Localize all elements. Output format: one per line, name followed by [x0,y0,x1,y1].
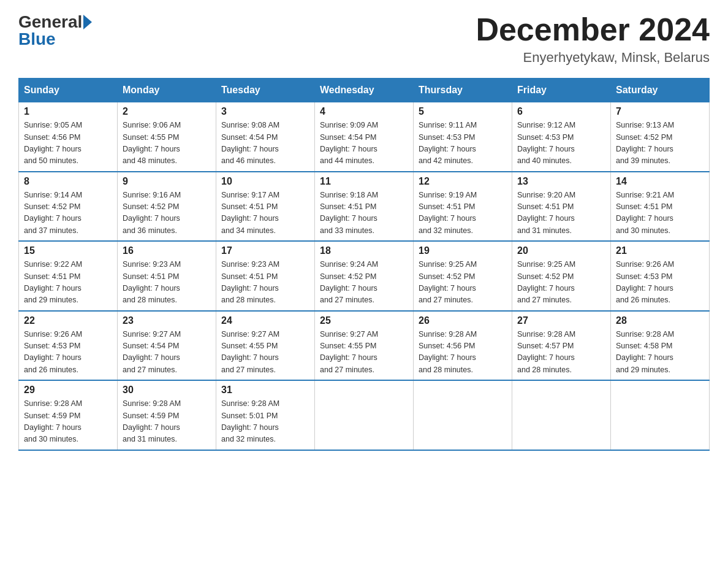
day-info: Sunrise: 9:23 AM Sunset: 4:51 PM Dayligh… [221,259,309,307]
day-info: Sunrise: 9:26 AM Sunset: 4:53 PM Dayligh… [24,329,112,377]
day-info: Sunrise: 9:11 AM Sunset: 4:53 PM Dayligh… [419,120,507,167]
day-number: 14 [616,176,704,187]
day-number: 8 [24,176,112,187]
day-number: 18 [320,245,408,256]
logo: General Blue [18,12,92,49]
calendar-day-cell: 9Sunrise: 9:16 AM Sunset: 4:52 PM Daylig… [118,172,216,242]
day-info: Sunrise: 9:19 AM Sunset: 4:51 PM Dayligh… [419,190,507,237]
calendar-day-cell: 18Sunrise: 9:24 AM Sunset: 4:52 PM Dayli… [315,241,414,311]
day-number: 20 [517,245,605,256]
day-info: Sunrise: 9:16 AM Sunset: 4:52 PM Dayligh… [123,190,211,237]
calendar-body: 1Sunrise: 9:05 AM Sunset: 4:56 PM Daylig… [19,102,710,450]
calendar-day-cell: 14Sunrise: 9:21 AM Sunset: 4:51 PM Dayli… [611,172,710,242]
calendar-week-row: 1Sunrise: 9:05 AM Sunset: 4:56 PM Daylig… [19,102,710,172]
calendar-header-row: SundayMondayTuesdayWednesdayThursdayFrid… [19,79,710,102]
day-info: Sunrise: 9:28 AM Sunset: 4:57 PM Dayligh… [517,329,605,377]
day-number: 25 [320,315,408,326]
day-number: 26 [419,315,507,326]
calendar-day-cell: 7Sunrise: 9:13 AM Sunset: 4:52 PM Daylig… [611,102,710,172]
day-info: Sunrise: 9:28 AM Sunset: 4:58 PM Dayligh… [616,329,704,377]
day-info: Sunrise: 9:22 AM Sunset: 4:51 PM Dayligh… [24,259,112,307]
calendar-header-cell: Saturday [611,79,710,102]
calendar-day-cell: 13Sunrise: 9:20 AM Sunset: 4:51 PM Dayli… [512,172,611,242]
calendar-day-cell: 6Sunrise: 9:12 AM Sunset: 4:53 PM Daylig… [512,102,611,172]
day-info: Sunrise: 9:28 AM Sunset: 4:59 PM Dayligh… [24,398,112,446]
day-info: Sunrise: 9:23 AM Sunset: 4:51 PM Dayligh… [123,259,211,307]
day-number: 31 [221,385,309,396]
day-info: Sunrise: 9:25 AM Sunset: 4:52 PM Dayligh… [517,259,605,307]
calendar-day-cell: 24Sunrise: 9:27 AM Sunset: 4:55 PM Dayli… [216,311,315,381]
logo-blue-text: Blue [18,29,56,49]
calendar-day-cell [611,380,710,450]
title-block: December 2024 Enyerhyetykaw, Minsk, Bela… [476,12,710,66]
day-info: Sunrise: 9:05 AM Sunset: 4:56 PM Dayligh… [24,120,112,167]
calendar-day-cell: 27Sunrise: 9:28 AM Sunset: 4:57 PM Dayli… [512,311,611,381]
day-info: Sunrise: 9:13 AM Sunset: 4:52 PM Dayligh… [616,120,704,167]
calendar-day-cell: 16Sunrise: 9:23 AM Sunset: 4:51 PM Dayli… [118,241,216,311]
day-number: 11 [320,176,408,187]
calendar-day-cell: 21Sunrise: 9:26 AM Sunset: 4:53 PM Dayli… [611,241,710,311]
calendar-day-cell: 2Sunrise: 9:06 AM Sunset: 4:55 PM Daylig… [118,102,216,172]
day-number: 10 [221,176,309,187]
day-info: Sunrise: 9:08 AM Sunset: 4:54 PM Dayligh… [221,120,309,167]
day-info: Sunrise: 9:09 AM Sunset: 4:54 PM Dayligh… [320,120,408,167]
calendar-day-cell [414,380,512,450]
day-number: 30 [123,385,211,396]
day-info: Sunrise: 9:12 AM Sunset: 4:53 PM Dayligh… [517,120,605,167]
calendar-day-cell: 4Sunrise: 9:09 AM Sunset: 4:54 PM Daylig… [315,102,414,172]
day-info: Sunrise: 9:17 AM Sunset: 4:51 PM Dayligh… [221,190,309,237]
day-info: Sunrise: 9:27 AM Sunset: 4:54 PM Dayligh… [123,329,211,377]
day-number: 5 [419,106,507,117]
calendar-day-cell: 29Sunrise: 9:28 AM Sunset: 4:59 PM Dayli… [19,380,118,450]
day-number: 13 [517,176,605,187]
calendar-header-cell: Sunday [19,79,118,102]
logo-arrow-icon [83,15,92,29]
calendar-day-cell: 22Sunrise: 9:26 AM Sunset: 4:53 PM Dayli… [19,311,118,381]
calendar-week-row: 29Sunrise: 9:28 AM Sunset: 4:59 PM Dayli… [19,380,710,450]
calendar-header-cell: Thursday [414,79,512,102]
day-number: 3 [221,106,309,117]
page-header: General Blue December 2024 Enyerhyetykaw… [18,12,710,66]
day-info: Sunrise: 9:27 AM Sunset: 4:55 PM Dayligh… [320,329,408,377]
day-number: 1 [24,106,112,117]
day-info: Sunrise: 9:26 AM Sunset: 4:53 PM Dayligh… [616,259,704,307]
calendar-day-cell: 8Sunrise: 9:14 AM Sunset: 4:52 PM Daylig… [19,172,118,242]
day-info: Sunrise: 9:28 AM Sunset: 4:56 PM Dayligh… [419,329,507,377]
day-info: Sunrise: 9:20 AM Sunset: 4:51 PM Dayligh… [517,190,605,237]
day-info: Sunrise: 9:14 AM Sunset: 4:52 PM Dayligh… [24,190,112,237]
month-title: December 2024 [476,12,710,47]
calendar-day-cell: 20Sunrise: 9:25 AM Sunset: 4:52 PM Dayli… [512,241,611,311]
day-info: Sunrise: 9:18 AM Sunset: 4:51 PM Dayligh… [320,190,408,237]
day-number: 19 [419,245,507,256]
day-number: 2 [123,106,211,117]
day-number: 28 [616,315,704,326]
day-info: Sunrise: 9:06 AM Sunset: 4:55 PM Dayligh… [123,120,211,167]
calendar-week-row: 8Sunrise: 9:14 AM Sunset: 4:52 PM Daylig… [19,172,710,242]
calendar-day-cell: 11Sunrise: 9:18 AM Sunset: 4:51 PM Dayli… [315,172,414,242]
calendar-day-cell: 17Sunrise: 9:23 AM Sunset: 4:51 PM Dayli… [216,241,315,311]
calendar-day-cell: 23Sunrise: 9:27 AM Sunset: 4:54 PM Dayli… [118,311,216,381]
calendar-week-row: 22Sunrise: 9:26 AM Sunset: 4:53 PM Dayli… [19,311,710,381]
calendar-header-cell: Monday [118,79,216,102]
day-number: 17 [221,245,309,256]
day-number: 29 [24,385,112,396]
calendar-day-cell: 15Sunrise: 9:22 AM Sunset: 4:51 PM Dayli… [19,241,118,311]
day-info: Sunrise: 9:28 AM Sunset: 4:59 PM Dayligh… [123,398,211,446]
day-number: 9 [123,176,211,187]
calendar-table: SundayMondayTuesdayWednesdayThursdayFrid… [18,78,710,451]
calendar-day-cell: 5Sunrise: 9:11 AM Sunset: 4:53 PM Daylig… [414,102,512,172]
calendar-day-cell: 3Sunrise: 9:08 AM Sunset: 4:54 PM Daylig… [216,102,315,172]
calendar-header-cell: Wednesday [315,79,414,102]
calendar-day-cell [315,380,414,450]
day-number: 12 [419,176,507,187]
day-number: 21 [616,245,704,256]
calendar-header: SundayMondayTuesdayWednesdayThursdayFrid… [19,79,710,102]
calendar-day-cell [512,380,611,450]
day-number: 6 [517,106,605,117]
day-number: 24 [221,315,309,326]
day-number: 16 [123,245,211,256]
calendar-day-cell: 28Sunrise: 9:28 AM Sunset: 4:58 PM Dayli… [611,311,710,381]
calendar-day-cell: 30Sunrise: 9:28 AM Sunset: 4:59 PM Dayli… [118,380,216,450]
day-number: 15 [24,245,112,256]
day-info: Sunrise: 9:25 AM Sunset: 4:52 PM Dayligh… [419,259,507,307]
